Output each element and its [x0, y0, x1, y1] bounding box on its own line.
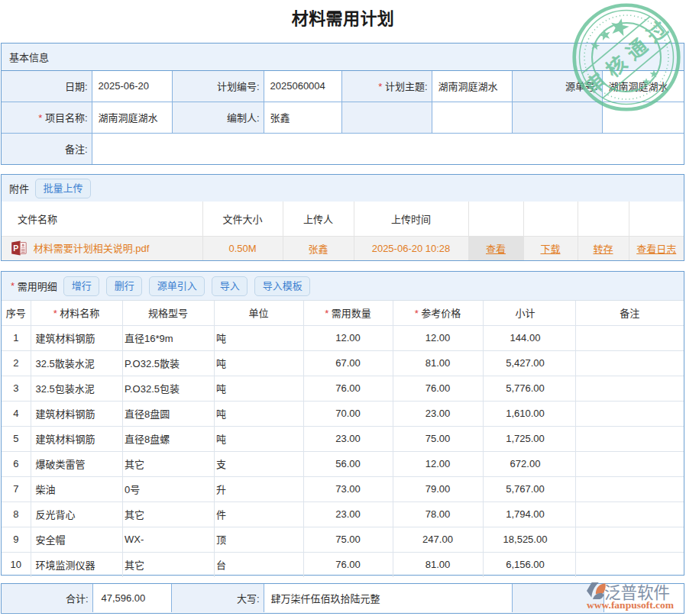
- svg-text:www.fanpusoft.com: www.fanpusoft.com: [587, 599, 675, 611]
- svg-text:P: P: [13, 243, 18, 253]
